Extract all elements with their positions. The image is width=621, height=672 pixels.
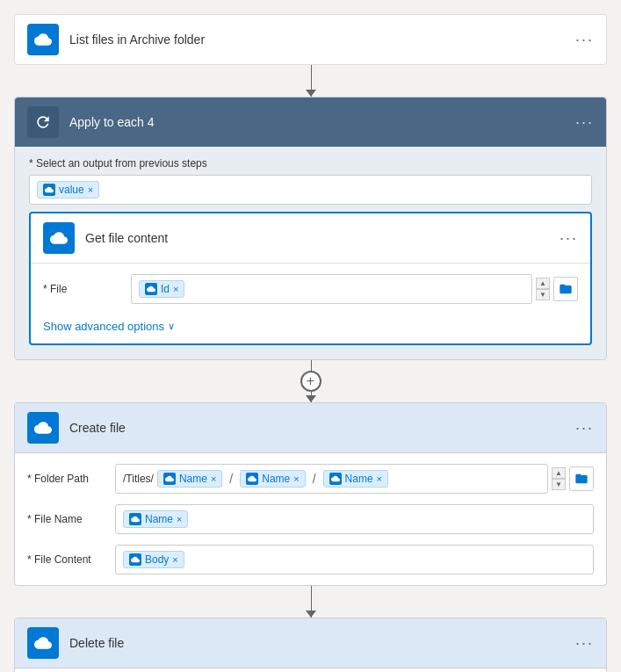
folder-name-remove-1[interactable]: × bbox=[211, 474, 216, 484]
delete-file-icon bbox=[27, 627, 59, 659]
folder-path-spinner-up[interactable]: ▲ bbox=[552, 467, 566, 479]
cloud-create-svg bbox=[34, 419, 52, 437]
folder-name-label-2: Name bbox=[262, 473, 290, 485]
slash-1: / bbox=[226, 472, 236, 486]
folder-path-spinners: ▲ ▼ bbox=[552, 467, 566, 490]
folder-path-folder-btn[interactable] bbox=[569, 466, 594, 491]
delete-file-title: Delete file bbox=[69, 636, 575, 650]
create-file-card: Create file ··· * Folder Path /Titles/ N… bbox=[14, 402, 607, 586]
get-file-spinner-up[interactable]: ▲ bbox=[536, 278, 550, 289]
cloud-fn1-svg bbox=[165, 474, 174, 483]
create-file-title: Create file bbox=[69, 421, 575, 435]
file-name-input[interactable]: Name × bbox=[115, 504, 594, 534]
file-name-token-icon bbox=[129, 513, 141, 525]
file-content-label: * File Content bbox=[27, 553, 115, 566]
folder-name-label-3: Name bbox=[345, 473, 373, 485]
plus-connector-1: + bbox=[14, 360, 607, 402]
cloud-delete-svg bbox=[34, 634, 52, 652]
folder-path-row: * Folder Path /Titles/ Name × / bbox=[27, 464, 594, 494]
file-content-token: Body × bbox=[123, 551, 184, 568]
show-advanced-label: Show advanced options bbox=[43, 320, 164, 333]
list-files-more[interactable]: ··· bbox=[575, 32, 594, 47]
create-file-icon bbox=[27, 412, 59, 444]
file-name-row: * File Name Name × bbox=[27, 504, 594, 534]
file-content-token-icon bbox=[129, 553, 141, 566]
get-file-content-icon bbox=[43, 222, 75, 254]
id-token-get-remove[interactable]: × bbox=[173, 285, 178, 294]
delete-file-more[interactable]: ··· bbox=[575, 634, 594, 653]
slash-2: / bbox=[309, 472, 320, 486]
folder-svg-get bbox=[559, 282, 573, 296]
folder-name-token-1: Name × bbox=[157, 470, 222, 488]
get-file-spinners: ▲ ▼ bbox=[536, 278, 550, 300]
value-token-label: value bbox=[59, 184, 84, 196]
delete-file-header: Delete file ··· bbox=[15, 618, 606, 668]
apply-to-each-title: Apply to each 4 bbox=[69, 115, 575, 129]
cloud-token-svg bbox=[45, 185, 54, 194]
folder-name-remove-2[interactable]: × bbox=[293, 474, 299, 484]
cloud-id-svg bbox=[147, 285, 155, 293]
file-content-input[interactable]: Body × bbox=[115, 545, 594, 574]
list-files-title: List files in Archive folder bbox=[69, 33, 575, 47]
cloud-fcontent-svg bbox=[131, 555, 140, 564]
get-file-spinner-down[interactable]: ▼ bbox=[536, 289, 550, 300]
arrow-down-2 bbox=[306, 395, 316, 402]
arrow-connector-2 bbox=[14, 586, 607, 618]
folder-name-token-3: Name × bbox=[323, 470, 388, 488]
get-file-content-more[interactable]: ··· bbox=[560, 229, 578, 248]
cloud-get-svg bbox=[50, 229, 68, 247]
apply-to-each-icon bbox=[27, 106, 59, 138]
cloud-fname-svg bbox=[131, 515, 140, 524]
get-file-content-body: * File Id × bbox=[31, 264, 590, 343]
folder-svg-create bbox=[574, 472, 589, 486]
create-file-header: Create file ··· bbox=[15, 403, 606, 453]
list-files-icon bbox=[27, 24, 59, 55]
list-files-card: List files in Archive folder ··· bbox=[14, 14, 607, 65]
cloud-fn2-svg bbox=[248, 474, 256, 483]
arrow-down-1 bbox=[306, 90, 316, 97]
get-file-input[interactable]: Id × bbox=[131, 274, 532, 304]
file-content-row: * File Content Body × bbox=[27, 545, 594, 574]
create-file-body: * Folder Path /Titles/ Name × / bbox=[15, 453, 606, 585]
value-token-remove[interactable]: × bbox=[88, 185, 93, 195]
folder-name-icon-1 bbox=[163, 473, 176, 485]
folder-path-input[interactable]: /Titles/ Name × / bbox=[115, 464, 548, 494]
folder-name-icon-3 bbox=[329, 473, 342, 485]
apply-to-each-more[interactable]: ··· bbox=[575, 113, 594, 132]
create-file-more[interactable]: ··· bbox=[575, 419, 594, 437]
apply-to-each-body: * Select an output from previous steps v… bbox=[15, 147, 606, 359]
get-file-content-title: Get file content bbox=[85, 231, 560, 245]
show-advanced-options[interactable]: Show advanced options ∨ bbox=[43, 314, 578, 336]
get-file-content-header: Get file content ··· bbox=[31, 213, 590, 264]
folder-path-spinner-down[interactable]: ▼ bbox=[552, 479, 566, 490]
cloud-svg bbox=[34, 31, 52, 48]
arrow-connector-1 bbox=[14, 65, 607, 97]
id-token-get: Id × bbox=[139, 280, 184, 298]
apply-to-each-header: Apply to each 4 ··· bbox=[15, 98, 606, 147]
file-name-token: Name × bbox=[123, 510, 188, 528]
plus-button-1[interactable]: + bbox=[300, 371, 321, 392]
id-token-get-icon bbox=[145, 283, 157, 295]
delete-file-body: * File Id × ▲ ▼ bbox=[15, 668, 606, 672]
select-output-input[interactable]: value × bbox=[29, 175, 592, 205]
cloud-fn3-svg bbox=[331, 474, 340, 483]
arrow-down-3 bbox=[306, 611, 316, 618]
file-name-token-remove[interactable]: × bbox=[177, 515, 182, 524]
file-content-token-remove[interactable]: × bbox=[172, 555, 177, 565]
folder-name-label-1: Name bbox=[179, 473, 207, 485]
folder-name-icon-2 bbox=[246, 473, 258, 485]
apply-to-each-container: Apply to each 4 ··· * Select an output f… bbox=[14, 97, 607, 360]
folder-path-prefix: /Titles/ bbox=[123, 473, 154, 485]
chevron-down-icon: ∨ bbox=[168, 321, 175, 332]
folder-name-remove-3[interactable]: × bbox=[377, 474, 382, 484]
id-token-get-label: Id bbox=[161, 283, 170, 295]
refresh-svg bbox=[34, 113, 52, 131]
get-file-content-card: Get file content ··· * File bbox=[29, 212, 592, 345]
folder-path-label: * Folder Path bbox=[27, 473, 115, 485]
value-token: value × bbox=[37, 181, 99, 199]
file-content-token-label: Body bbox=[145, 553, 169, 566]
get-file-field-row: * File Id × bbox=[43, 274, 578, 304]
select-output-label: * Select an output from previous steps bbox=[29, 157, 592, 170]
get-file-folder-btn[interactable] bbox=[553, 277, 578, 301]
file-name-label: * File Name bbox=[27, 513, 115, 525]
